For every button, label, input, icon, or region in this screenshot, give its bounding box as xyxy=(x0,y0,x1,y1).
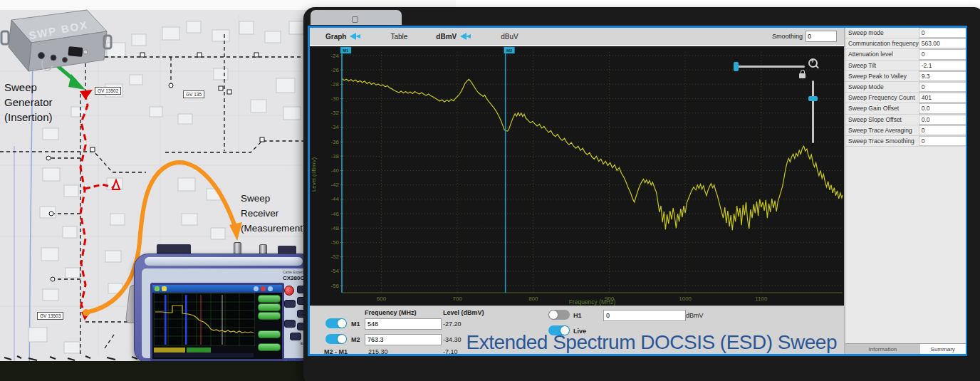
m2-frequency-input[interactable] xyxy=(365,334,442,345)
house-footprint xyxy=(162,27,179,40)
delta-label: M2 - M1 xyxy=(324,348,348,355)
freq-column-header: Frequency (MHz) xyxy=(365,309,417,316)
tab-information[interactable]: Information xyxy=(845,344,920,354)
cutoff-text-mark xyxy=(50,357,56,359)
param-label: Sweep Peak to Valley xyxy=(845,73,919,80)
param-value[interactable]: 0 xyxy=(919,82,966,92)
y-tick-label: -26 xyxy=(330,67,339,73)
x-tick-label: 1100 xyxy=(755,296,768,302)
screen-status-row xyxy=(154,353,254,357)
y-tick-label: -24 xyxy=(330,53,339,59)
param-value[interactable]: 0 xyxy=(919,49,966,59)
param-value[interactable]: 0.0 xyxy=(919,103,966,113)
house-footprint xyxy=(64,342,80,353)
house-footprint xyxy=(212,30,229,41)
x-tick-label: 1000 xyxy=(679,296,692,302)
view-toolbar: Graph Table dBmV xyxy=(310,28,844,46)
param-value[interactable]: 0.0 xyxy=(919,115,966,125)
tab-dbmv[interactable]: dBmV xyxy=(436,32,472,41)
lock-icon[interactable] xyxy=(799,73,806,78)
m1-label: M1 xyxy=(351,320,360,328)
param-label: Communication frequency xyxy=(845,40,919,47)
house-footprint xyxy=(251,100,266,113)
power-button[interactable] xyxy=(284,286,294,296)
cutoff-text-mark xyxy=(107,357,115,360)
param-value[interactable]: 401 xyxy=(919,93,966,103)
param-value[interactable]: 0 xyxy=(919,125,966,135)
vslider-handle[interactable] xyxy=(808,96,818,101)
y-tick-label: -52 xyxy=(330,254,339,260)
close-icon xyxy=(261,286,266,291)
screen-info-cell xyxy=(154,348,185,353)
cable-tap-symbol xyxy=(197,53,202,57)
house-footprint xyxy=(150,107,162,117)
m2-level-value: -34.30 xyxy=(443,336,462,343)
param-row: Sweep Frequency Count401 xyxy=(845,93,966,103)
y-tick-label: -42 xyxy=(330,182,339,188)
house-footprint xyxy=(214,68,228,80)
zoom-magnifier-icon[interactable] xyxy=(808,58,818,68)
screen-soft-button[interactable] xyxy=(258,343,281,351)
y-tick-label: -54 xyxy=(330,268,339,274)
y-tick-label: -28 xyxy=(330,81,339,88)
house-footprint xyxy=(64,185,78,197)
horizontal-zoom-slider[interactable] xyxy=(734,66,805,68)
h1-value-input[interactable] xyxy=(603,310,686,321)
tab-table[interactable]: Table xyxy=(390,33,407,41)
back-arrow-icon[interactable] xyxy=(349,32,362,41)
param-label: Attenuation level xyxy=(845,51,919,58)
device-key[interactable] xyxy=(284,320,296,328)
y-tick-label: -46 xyxy=(330,211,339,217)
x-tick-label: 600 xyxy=(377,296,387,302)
screen-soft-button[interactable] xyxy=(258,312,281,320)
param-value[interactable]: 0 xyxy=(919,28,966,38)
m2-label: M2 xyxy=(351,336,360,343)
sweep-app-window: Graph Table dBmV xyxy=(303,7,980,381)
device-top-strip xyxy=(145,257,303,266)
mini-marker-1 xyxy=(165,295,167,345)
param-row: Sweep Mode0 xyxy=(845,82,966,93)
smoothing-input[interactable] xyxy=(806,31,837,42)
param-value[interactable]: -2.1 xyxy=(919,61,966,71)
cx380c-meter: Cable Expert CX380C Esc VeEX xyxy=(134,241,313,363)
mini-marker-2 xyxy=(185,295,187,345)
h1-toggle[interactable] xyxy=(548,310,570,320)
panel-tabs: Information Summary xyxy=(845,343,966,354)
screen-soft-button[interactable] xyxy=(258,303,281,311)
device-model-label: CX380C xyxy=(283,275,304,281)
cutoff-text-mark xyxy=(85,356,90,358)
m2-toggle[interactable] xyxy=(325,334,347,344)
screen-mini-sweep xyxy=(154,293,255,346)
gv-13503-label: GV 13503 xyxy=(37,312,63,320)
tab-dbuv[interactable]: dBuV xyxy=(501,33,518,41)
summary-panel: Sweep mode0 Communication frequency563.0… xyxy=(844,28,966,354)
m1-toggle[interactable] xyxy=(325,318,347,328)
level-column-header: Level (dBmV) xyxy=(443,309,484,316)
m1-frequency-input[interactable] xyxy=(365,318,442,330)
param-value[interactable]: 0 xyxy=(919,136,966,146)
param-row: Sweep Trace Averaging0 xyxy=(845,125,966,136)
marker-flag-label: M1 xyxy=(343,48,349,53)
house-footprint xyxy=(182,214,197,225)
cutoff-text-mark xyxy=(4,357,11,360)
sweep-receiver-label: Sweep Receiver (Measurement) xyxy=(241,191,306,236)
back-arrow-icon[interactable] xyxy=(459,32,472,41)
house-footprint xyxy=(178,114,192,124)
param-value[interactable]: 563.00 xyxy=(919,38,966,48)
device-key[interactable] xyxy=(290,333,301,340)
param-value[interactable]: 9.3 xyxy=(919,71,966,81)
y-tick-label: -34 xyxy=(330,124,339,130)
cable-node-symbol xyxy=(169,83,173,88)
tab-summary[interactable]: Summary xyxy=(920,344,966,354)
marker-flag-label: M2 xyxy=(506,48,513,53)
vertical-zoom-slider[interactable] xyxy=(812,80,814,143)
cutoff-text-mark xyxy=(17,356,21,358)
device-key[interactable] xyxy=(284,300,296,308)
house-footprint xyxy=(43,128,58,140)
screen-soft-button[interactable] xyxy=(258,330,281,338)
gv-135-label: GV 135 xyxy=(183,90,204,98)
screen-soft-button[interactable] xyxy=(258,295,281,303)
nav-icon xyxy=(268,286,273,291)
hslider-handle[interactable] xyxy=(734,62,739,71)
tab-graph[interactable]: Graph xyxy=(325,32,362,41)
